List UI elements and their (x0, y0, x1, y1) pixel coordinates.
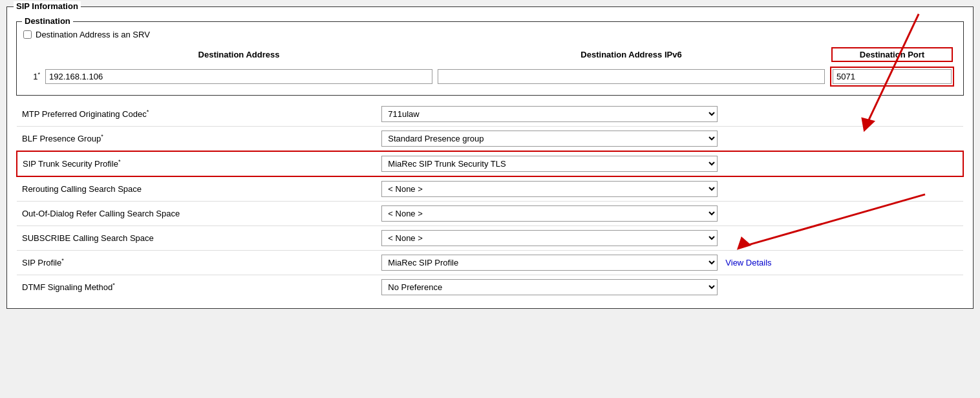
dest-addr-cell (43, 65, 435, 89)
srv-label: Destination Address is an SRV (36, 30, 150, 39)
destination-title: Destination (22, 16, 73, 26)
select-out-of-dialog-css[interactable]: < None > (381, 205, 718, 222)
label-subscribe-css: SUBSCRIBE Calling Search Space (17, 226, 376, 251)
sip-info-section: SIP Information Destination Destination … (6, 6, 974, 309)
label-sip-trunk-security: SIP Trunk Security Profile* (17, 151, 376, 176)
srv-checkbox-row: Destination Address is an SRV (23, 30, 957, 39)
select-sip-profile[interactable]: MiaRec SIP Profile (381, 255, 718, 271)
dest-addr-ipv6-cell (435, 65, 827, 89)
value-mtp-codec: 711ulaw (376, 102, 963, 127)
value-dtmf-signaling: No Preference (376, 275, 963, 300)
select-blf-presence[interactable]: Standard Presence group (381, 131, 718, 147)
srv-checkbox[interactable] (23, 30, 32, 39)
select-wrapper-sip-trunk-security: MiaRec SIP Trunk Security TLS (381, 156, 957, 172)
label-rerouting-css: Rerouting Calling Search Space (17, 176, 376, 202)
value-sip-trunk-security: MiaRec SIP Trunk Security TLS (376, 151, 963, 176)
dest-port-header-text: Destination Port (860, 50, 924, 59)
select-dtmf-signaling[interactable]: No Preference (381, 279, 718, 295)
destination-section: Destination Destination Address is an SR… (16, 21, 964, 96)
dest-addr-header: Destination Address (43, 45, 435, 65)
dest-port-highlight (830, 67, 954, 87)
select-wrapper-blf-presence: Standard Presence group (381, 131, 958, 147)
label-dtmf-signaling: DTMF Signaling Method* (17, 275, 376, 300)
table-row: 1* (23, 65, 957, 89)
label-out-of-dialog-css: Out-Of-Dialog Refer Calling Search Space (17, 202, 376, 226)
select-rerouting-css[interactable]: < None > (381, 181, 718, 197)
required-star: * (37, 71, 40, 78)
view-details-link-sip-profile[interactable]: View Details (725, 258, 771, 267)
select-mtp-codec[interactable]: 711ulaw (381, 106, 718, 122)
dest-port-header: Destination Port (827, 45, 957, 65)
select-wrapper-subscribe-css: < None > (381, 230, 958, 246)
select-sip-trunk-security[interactable]: MiaRec SIP Trunk Security TLS (381, 156, 718, 172)
select-wrapper-mtp-codec: 711ulaw (381, 106, 958, 122)
value-rerouting-css: < None > (376, 176, 963, 202)
sip-info-title: SIP Information (14, 1, 81, 11)
dest-port-header-box: Destination Port (831, 47, 953, 62)
select-wrapper-out-of-dialog-css: < None > (381, 205, 958, 222)
value-out-of-dialog-css: < None > (376, 202, 963, 226)
value-blf-presence: Standard Presence group (376, 127, 963, 152)
select-wrapper-dtmf-signaling: No Preference (381, 279, 958, 295)
dest-port-input[interactable] (833, 69, 952, 84)
select-wrapper-rerouting-css: < None > (381, 181, 958, 197)
page-wrapper: SIP Information Destination Destination … (6, 6, 974, 309)
row-num-header (23, 45, 43, 65)
select-wrapper-sip-profile: MiaRec SIP ProfileView Details (381, 255, 958, 271)
dest-addr-ipv6-input[interactable] (438, 69, 825, 84)
label-blf-presence: BLF Presence Group* (17, 127, 376, 152)
dest-addr-input[interactable] (45, 69, 432, 84)
destination-table: Destination Address Destination Address … (23, 45, 957, 89)
label-mtp-codec: MTP Preferred Originating Codec* (17, 102, 376, 127)
value-subscribe-css: < None > (376, 226, 963, 251)
label-sip-profile: SIP Profile* (17, 251, 376, 275)
dest-addr-ipv6-header: Destination Address IPv6 (435, 45, 827, 65)
row-number: 1* (23, 65, 43, 89)
select-subscribe-css[interactable]: < None > (381, 230, 718, 246)
value-sip-profile: MiaRec SIP ProfileView Details (376, 251, 963, 275)
dest-port-cell (827, 65, 957, 89)
form-fields-table: MTP Preferred Originating Codec*711ulawB… (16, 102, 964, 299)
